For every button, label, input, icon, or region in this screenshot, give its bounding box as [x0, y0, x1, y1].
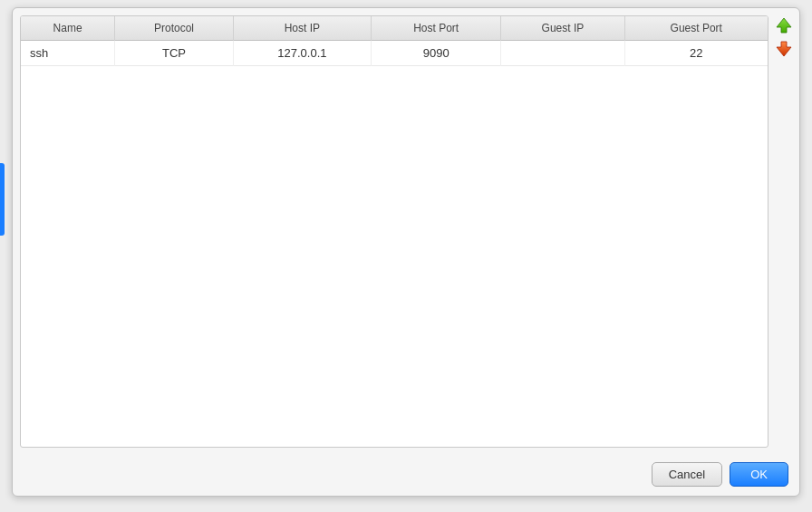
cell-host-ip: 127.0.0.1 [233, 41, 371, 66]
port-forwarding-table: Name Protocol Host IP Host Port Guest IP… [21, 16, 768, 66]
ok-button[interactable]: OK [730, 462, 788, 487]
col-header-name: Name [21, 16, 115, 41]
remove-icon [775, 40, 793, 58]
cell-guest-ip [501, 41, 624, 66]
svg-marker-1 [777, 42, 791, 56]
cell-name: ssh [21, 41, 115, 66]
blue-tab [0, 163, 5, 236]
port-forwarding-dialog: Name Protocol Host IP Host Port Guest IP… [12, 7, 800, 497]
empty-table-area [21, 66, 768, 447]
add-icon [775, 16, 793, 34]
cell-host-port: 9090 [372, 41, 501, 66]
add-rule-button[interactable] [774, 15, 794, 35]
cell-guest-port: 22 [624, 41, 768, 66]
table-row[interactable]: ssh TCP 127.0.0.1 9090 22 [21, 41, 768, 66]
cancel-button[interactable]: Cancel [652, 462, 722, 487]
table-container: Name Protocol Host IP Host Port Guest IP… [20, 15, 768, 448]
col-header-protocol: Protocol [115, 16, 234, 41]
remove-rule-button[interactable] [774, 39, 794, 59]
col-header-host-ip: Host IP [233, 16, 371, 41]
dialog-footer: Cancel OK [13, 455, 799, 496]
table-header-row: Name Protocol Host IP Host Port Guest IP… [21, 16, 768, 41]
cell-protocol: TCP [115, 41, 234, 66]
col-header-host-port: Host Port [372, 16, 501, 41]
side-buttons [768, 8, 799, 455]
col-header-guest-ip: Guest IP [501, 16, 624, 41]
col-header-guest-port: Guest Port [624, 16, 768, 41]
table-area: Name Protocol Host IP Host Port Guest IP… [13, 8, 799, 455]
svg-marker-0 [777, 18, 791, 33]
